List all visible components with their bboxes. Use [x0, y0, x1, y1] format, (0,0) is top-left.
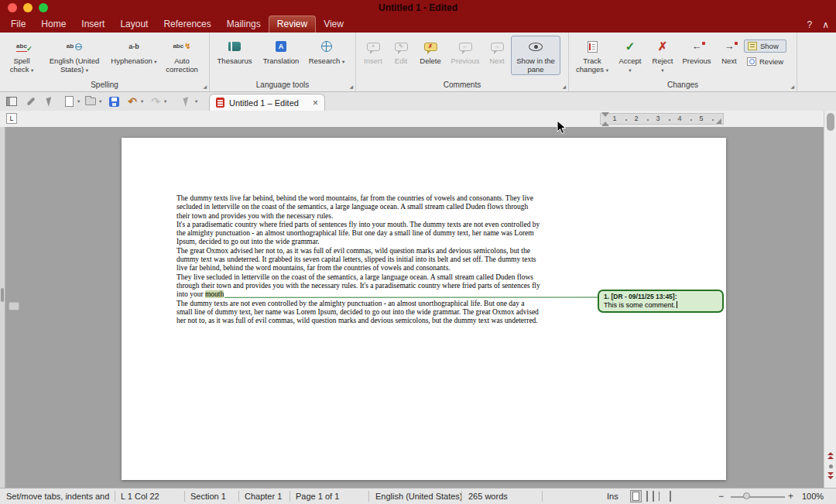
group-expander-icon[interactable]: ◢ [562, 84, 566, 89]
reject-cross-icon: ✗ [658, 43, 668, 51]
section-indicator[interactable]: Section 1 [190, 492, 226, 501]
group-expander-icon[interactable]: ◢ [790, 84, 794, 89]
menu-tab-file[interactable]: File [3, 16, 33, 33]
thesaurus-icon [228, 42, 241, 51]
right-indent-marker-icon[interactable] [716, 118, 721, 124]
view-web-button[interactable] [670, 492, 671, 501]
zoom-level[interactable]: 100% [802, 492, 824, 501]
dropdown-arrow-icon: ▾ [99, 98, 101, 105]
show-changes-button[interactable]: Show [744, 39, 786, 53]
zoom-in-button[interactable]: + [788, 491, 793, 502]
ruler-row: L 1 2 3 4 5 [0, 111, 836, 127]
menu-tab-references[interactable]: References [156, 16, 218, 33]
word-count[interactable]: 265 words [468, 492, 508, 501]
collapse-ribbon-button[interactable]: ∧ [822, 19, 829, 30]
comment-body[interactable]: This is some comment. [604, 301, 718, 310]
zoom-slider[interactable] [731, 496, 785, 498]
accept-change-button[interactable]: ✓ Accept▾ [614, 36, 646, 76]
horizontal-ruler[interactable]: 1 2 3 4 5 [600, 113, 724, 125]
hidden-sidebar-button[interactable] [9, 302, 19, 310]
paragraph[interactable]: It's a paradisematic country where fried… [176, 221, 540, 247]
menu-tab-home[interactable]: Home [33, 16, 74, 33]
dropdown-arrow-icon: ▾ [164, 98, 166, 105]
selection-mode-button[interactable]: ▾ [180, 94, 197, 109]
menu-tab-review[interactable]: Review [269, 15, 316, 33]
previous-page-button[interactable] [827, 451, 834, 459]
next-comment-button[interactable]: → Next [485, 36, 509, 67]
cursor-position[interactable]: L 1 Col 22 [121, 492, 159, 501]
undo-icon: ↶ [128, 96, 137, 107]
brush-icon [26, 97, 35, 105]
language-indicator[interactable]: English (United States) [375, 492, 463, 501]
previous-change-icon: ← [692, 43, 702, 51]
chapter-indicator[interactable]: Chapter 1 [245, 492, 282, 501]
document-tab[interactable]: Untitled 1 – Edited × [209, 94, 325, 111]
redo-button[interactable]: ↷▾ [149, 94, 166, 109]
review-changes-button[interactable]: Review [744, 56, 786, 67]
paragraph[interactable]: The great Oxmox advised her not to, as i… [176, 247, 540, 273]
edit-comment-button[interactable]: ✎ Edit [389, 36, 413, 67]
text-cursor [677, 301, 677, 308]
menu-tab-mailings[interactable]: Mailings [219, 16, 269, 33]
close-tab-button[interactable]: × [313, 98, 318, 108]
dropdown-arrow-icon: ▾ [606, 67, 608, 73]
group-expander-icon[interactable]: ◢ [349, 84, 353, 89]
document-tab-label: Untitled 1 – Edited [229, 98, 299, 108]
language-button[interactable]: ab English (United States) ▾ [42, 36, 107, 76]
save-icon [109, 97, 119, 107]
hyphenation-button[interactable]: a-b Hyphenation ▾ [108, 36, 159, 68]
navigation-dot-button[interactable] [829, 465, 833, 468]
select-tool-button[interactable] [43, 94, 57, 109]
translation-button[interactable]: A Translation [258, 36, 304, 67]
view-book-button[interactable] [653, 492, 654, 501]
menu-tab-layout[interactable]: Layout [112, 16, 156, 33]
multi-page-icon [646, 491, 648, 502]
accept-check-icon: ✓ [625, 43, 636, 51]
zoom-out-button[interactable]: − [718, 491, 724, 502]
menu-tab-insert[interactable]: Insert [74, 16, 112, 33]
next-change-button[interactable]: → Next [716, 36, 742, 67]
previous-change-button[interactable]: ← Previous [679, 36, 714, 67]
track-changes-button[interactable]: Track changes ▾ [572, 36, 612, 76]
paragraph[interactable]: They live secluded in letterville on the… [176, 273, 540, 300]
paragraph[interactable]: The dummy texts are not even controlled … [176, 300, 540, 326]
view-single-page-button[interactable] [630, 490, 642, 502]
autocorrect-button[interactable]: abc↯ Auto correction [161, 36, 203, 75]
view-multi-page-button[interactable] [646, 492, 648, 501]
previous-comment-button[interactable]: ← Previous [447, 36, 483, 67]
save-button[interactable] [107, 94, 121, 109]
insert-mode-indicator[interactable]: Ins [607, 492, 618, 501]
research-button[interactable]: Research ▾ [306, 36, 348, 68]
help-button[interactable]: ? [807, 19, 813, 30]
tab-stop-selector[interactable]: L [6, 113, 17, 124]
next-comment-icon: → [491, 43, 504, 51]
comment-anchor[interactable]: mouth [205, 290, 224, 298]
menu-tab-view[interactable]: View [316, 16, 351, 33]
insert-comment-button[interactable]: + Insert [359, 36, 387, 67]
reject-change-button[interactable]: ✗ Reject▾ [648, 36, 677, 76]
sidebar-handle[interactable] [0, 127, 5, 488]
undo-button[interactable]: ↶▾ [125, 94, 143, 109]
page-indicator[interactable]: Page 1 of 1 [296, 492, 339, 501]
clone-formatting-button[interactable] [24, 94, 38, 109]
document-text[interactable]: The dummy texts live far behind, behind … [176, 194, 540, 325]
sidebar-grip-icon [1, 288, 4, 302]
zoom-slider-thumb[interactable] [743, 492, 750, 499]
new-document-icon [65, 96, 74, 107]
paragraph[interactable]: The dummy texts live far behind, behind … [176, 194, 540, 221]
vertical-scrollbar[interactable] [824, 111, 836, 488]
research-icon [321, 41, 332, 52]
indent-marker-icon[interactable] [601, 112, 609, 126]
scrollbar-thumb[interactable] [827, 113, 834, 131]
open-document-button[interactable]: ▾ [84, 94, 101, 109]
sidebar-toggle-button[interactable] [5, 94, 19, 109]
delete-comment-button[interactable]: ✗ Delete [415, 36, 446, 67]
comment-box[interactable]: 1. [DR - 09/11/25 13:45]: This is some c… [598, 290, 724, 313]
next-page-button[interactable] [827, 471, 834, 479]
group-label-changes: Changes [569, 81, 797, 91]
new-document-button[interactable]: ▾ [62, 94, 80, 109]
thesaurus-button[interactable]: Thesaurus [213, 36, 256, 67]
group-expander-icon[interactable]: ◢ [203, 84, 207, 89]
spell-check-button[interactable]: abc✓ Spell check ▾ [3, 36, 40, 76]
show-comments-pane-button[interactable]: Show in the pane [511, 36, 560, 75]
